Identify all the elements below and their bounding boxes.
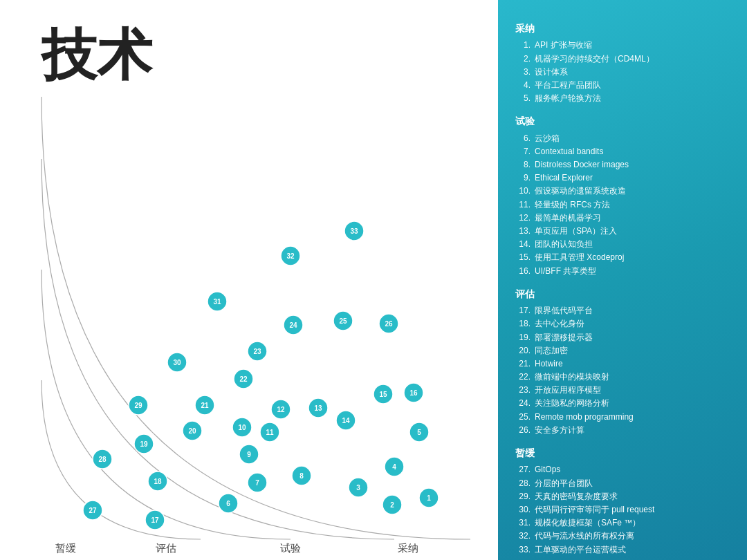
svg-text:19: 19 [140, 440, 148, 448]
item-number: 11. [515, 198, 531, 212]
list-item: 8.Distroless Docker images [515, 158, 730, 171]
item-number: 10. [515, 185, 531, 198]
item-number: 30. [515, 503, 531, 516]
page-title: 技术 [0, 0, 498, 83]
item-list: 17.限界低代码平台18.去中心化身份19.部署漂移提示器20.同态加密21.H… [515, 304, 730, 437]
item-text: 平台工程产品团队 [535, 79, 601, 92]
svg-text:18: 18 [154, 478, 162, 485]
item-list: 27.GitOps28.分层的平台团队29.天真的密码复杂度要求30.代码同行评… [515, 463, 730, 556]
item-text: 部署漂移提示器 [535, 331, 593, 344]
svg-text:评估: 评估 [156, 542, 176, 554]
list-item: 26.安全多方计算 [515, 424, 730, 437]
item-text: UI/BFF 共享类型 [535, 265, 596, 278]
item-number: 18. [515, 317, 531, 330]
list-item: 3.设计体系 [515, 66, 730, 79]
list-item: 9.Ethical Explorer [515, 171, 730, 185]
item-text: Ethical Explorer [535, 171, 593, 185]
item-text: 轻量级的 RFCs 方法 [535, 198, 610, 212]
item-number: 8. [515, 158, 531, 171]
svg-text:23: 23 [253, 348, 261, 355]
list-item: 19.部署漂移提示器 [515, 331, 730, 344]
svg-text:29: 29 [134, 402, 142, 409]
list-item: 21.Hotwire [515, 357, 730, 371]
item-number: 4. [515, 79, 531, 92]
item-text: 分层的平台团队 [535, 477, 593, 490]
svg-text:24: 24 [289, 321, 297, 329]
item-text: 开放应用程序模型 [535, 384, 601, 397]
item-number: 13. [515, 225, 531, 238]
section-title: 评估 [515, 286, 730, 301]
list-item: 28.分层的平台团队 [515, 477, 730, 490]
list-item: 12.最简单的机器学习 [515, 212, 730, 225]
item-list: 1.API 扩张与收缩2.机器学习的持续交付（CD4ML）3.设计体系4.平台工… [515, 39, 730, 105]
svg-text:12: 12 [277, 406, 285, 413]
item-number: 21. [515, 357, 531, 371]
item-number: 9. [515, 171, 531, 185]
item-text: GitOps [535, 463, 560, 476]
item-number: 24. [515, 397, 531, 410]
item-number: 6. [515, 132, 531, 145]
item-number: 19. [515, 331, 531, 344]
svg-text:14: 14 [342, 417, 350, 424]
svg-text:7: 7 [255, 479, 259, 487]
item-text: 工单驱动的平台运营模式 [535, 543, 626, 557]
item-text: 天真的密码复杂度要求 [535, 490, 618, 503]
item-number: 15. [515, 251, 531, 264]
item-text: 设计体系 [535, 66, 568, 79]
svg-text:采纳: 采纳 [398, 542, 418, 554]
item-text: Contextual bandits [535, 145, 603, 158]
list-item: 11.轻量级的 RFCs 方法 [515, 198, 730, 212]
list-item: 14.团队的认知负担 [515, 238, 730, 251]
item-number: 32. [515, 530, 531, 543]
section-title: 试验 [515, 113, 730, 129]
item-number: 20. [515, 344, 531, 357]
item-text: 微前端中的模块映射 [535, 371, 609, 384]
item-text: Remote mob programming [535, 411, 634, 424]
svg-text:20: 20 [188, 427, 196, 435]
list-item: 20.同态加密 [515, 344, 730, 357]
item-number: 33. [515, 543, 531, 557]
item-number: 5. [515, 92, 531, 105]
svg-text:32: 32 [286, 252, 295, 260]
svg-text:28: 28 [98, 456, 107, 463]
svg-text:30: 30 [173, 359, 181, 366]
svg-text:16: 16 [409, 389, 418, 397]
right-panel: 采纳1.API 扩张与收缩2.机器学习的持续交付（CD4ML）3.设计体系4.平… [498, 0, 747, 560]
list-item: 15.使用工具管理 Xcodeproj [515, 251, 730, 264]
svg-text:25: 25 [339, 317, 347, 325]
list-item: 27.GitOps [515, 463, 730, 476]
item-text: 同态加密 [535, 344, 568, 357]
svg-text:4: 4 [392, 463, 396, 471]
item-text: 最简单的机器学习 [535, 212, 601, 225]
svg-text:13: 13 [314, 404, 322, 412]
item-text: 去中心化身份 [535, 317, 584, 330]
list-item: 1.API 扩张与收缩 [515, 39, 730, 52]
item-text: 代码与流水线的所有权分离 [535, 530, 634, 543]
list-item: 10.假设驱动的遗留系统改造 [515, 185, 730, 198]
list-item: 30.代码同行评审等同于 pull request [515, 503, 730, 516]
list-item: 25.Remote mob programming [515, 411, 730, 424]
item-number: 25. [515, 411, 531, 424]
list-item: 2.机器学习的持续交付（CD4ML） [515, 53, 730, 66]
svg-text:3: 3 [356, 484, 360, 492]
svg-text:5: 5 [417, 429, 421, 436]
list-item: 7.Contextual bandits [515, 145, 730, 158]
list-item: 6.云沙箱 [515, 132, 730, 145]
item-text: 关注隐私的网络分析 [535, 397, 609, 410]
item-number: 2. [515, 53, 531, 66]
item-text: Hotwire [535, 357, 563, 371]
svg-text:试验: 试验 [280, 542, 301, 554]
svg-text:15: 15 [379, 391, 387, 398]
svg-text:31: 31 [213, 298, 221, 306]
svg-text:2: 2 [390, 501, 394, 509]
list-item: 24.关注隐私的网络分析 [515, 397, 730, 410]
item-number: 27. [515, 463, 531, 476]
svg-text:10: 10 [238, 424, 246, 431]
list-item: 18.去中心化身份 [515, 317, 730, 330]
svg-text:8: 8 [299, 472, 304, 480]
item-text: 规模化敏捷框架（SAFe ™） [535, 516, 640, 530]
item-number: 1. [515, 39, 531, 52]
list-item: 13.单页应用（SPA）注入 [515, 225, 730, 238]
svg-text:1: 1 [427, 494, 431, 502]
svg-text:17: 17 [151, 516, 159, 524]
